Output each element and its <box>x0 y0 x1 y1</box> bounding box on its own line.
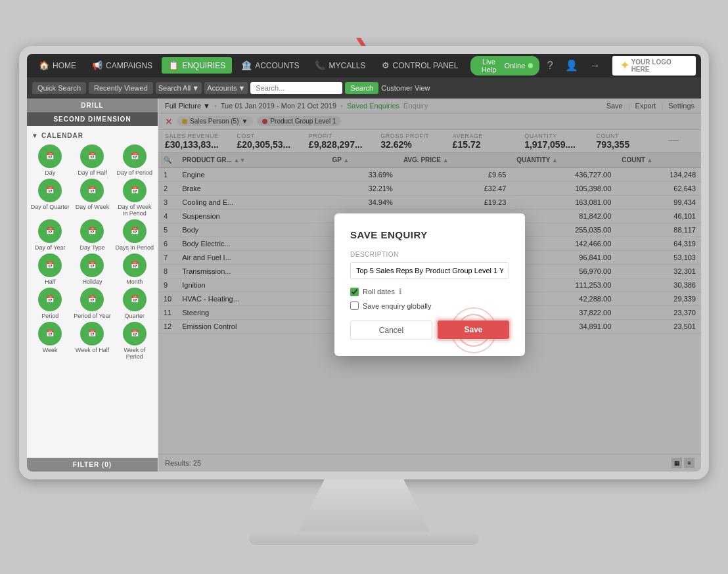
cal-days-in-period[interactable]: 📅 Days in Period <box>115 219 154 251</box>
accounts-icon: 🏦 <box>241 60 252 70</box>
cal-quarter-icon: 📅 <box>123 288 147 311</box>
sidebar-second-dim-button[interactable]: SECOND DIMENSION <box>27 112 158 126</box>
cal-week-of-half-icon: 📅 <box>80 322 104 345</box>
monitor-base <box>249 532 479 545</box>
modal-overlay[interactable]: SAVE ENQUIRY DESCRIPTION Roll dates ℹ Sa… <box>158 99 701 472</box>
mycalls-icon: 📞 <box>315 60 325 70</box>
calendar-header: ▼ CALENDAR <box>30 129 154 142</box>
cal-week[interactable]: 📅 Week <box>30 322 70 360</box>
main-content: DRILL SECOND DIMENSION ▼ CALENDAR 📅 Day <box>27 99 701 472</box>
home-icon: 🏠 <box>39 60 49 70</box>
cal-day-of-quarter[interactable]: 📅 Day of Quarter <box>30 179 70 217</box>
cal-day-of-half[interactable]: 📅 Day of Half <box>72 144 112 176</box>
cal-day-of-week-icon: 📅 <box>80 179 104 202</box>
sidebar: DRILL SECOND DIMENSION ▼ CALENDAR 📅 Day <box>27 99 158 472</box>
cal-half[interactable]: 📅 Half <box>30 254 70 285</box>
nav-home[interactable]: 🏠 HOME <box>32 57 83 74</box>
monitor-stand <box>298 479 430 532</box>
cal-period[interactable]: 📅 Period <box>30 288 70 319</box>
sidebar-drill-label: DRILL <box>27 99 158 112</box>
search-button[interactable]: Search <box>345 82 378 94</box>
modal-description-input[interactable] <box>350 262 509 279</box>
search-input[interactable] <box>250 82 342 94</box>
cal-week-of-period-icon: 📅 <box>123 322 147 345</box>
sidebar-filter-label[interactable]: FILTER (0) <box>27 458 158 472</box>
cal-week-icon: 📅 <box>38 322 62 345</box>
roll-dates-checkbox[interactable] <box>350 288 359 296</box>
nav-campaigns[interactable]: 📢 CAMPAIGNS <box>85 57 159 74</box>
quick-search-button[interactable]: Quick Search <box>32 82 86 94</box>
nav-accounts[interactable]: 🏦 ACCOUNTS <box>235 57 306 74</box>
cal-days-in-period-icon: 📅 <box>123 219 147 243</box>
cal-day-of-year[interactable]: 📅 Day of Year <box>30 219 70 251</box>
cal-day-of-week[interactable]: 📅 Day of Week <box>72 179 112 217</box>
roll-dates-info-icon: ℹ <box>399 287 402 296</box>
cal-period-of-year[interactable]: 📅 Period of Year <box>72 288 112 319</box>
save-globally-label: Save enquiry globally <box>363 302 432 310</box>
cal-day[interactable]: 📅 Day <box>30 144 70 176</box>
save-button-container: Save <box>438 320 509 340</box>
customer-view-button[interactable]: Customer View <box>381 84 430 92</box>
cal-week-of-period[interactable]: 📅 Week of Period <box>115 322 154 360</box>
enquiries-icon: 📋 <box>168 60 179 70</box>
modal-save-button[interactable]: Save <box>438 320 509 339</box>
nav-enquiries[interactable]: 📋 ENQUIRIES <box>162 57 232 74</box>
cal-day-of-year-icon: 📅 <box>38 219 62 243</box>
cal-period-of-year-icon: 📅 <box>80 288 104 311</box>
cal-day-of-period[interactable]: 📅 Day of Period <box>115 144 154 176</box>
logo-area: ✦ YOUR LOGO HERE <box>612 56 696 76</box>
dropdown-arrow-icon: ▼ <box>192 84 199 92</box>
cal-period-icon: 📅 <box>38 288 62 311</box>
save-enquiry-modal: SAVE ENQUIRY DESCRIPTION Roll dates ℹ Sa… <box>334 213 525 356</box>
top-nav-right: Live Help Online ? 👤 → <box>470 56 604 76</box>
cal-day-type[interactable]: 📅 Day Type <box>72 219 112 251</box>
cal-day-icon: 📅 <box>38 144 62 168</box>
modal-title: SAVE ENQUIRY <box>350 229 509 240</box>
controlpanel-icon: ⚙ <box>382 60 390 70</box>
cal-day-of-half-icon: 📅 <box>80 144 104 168</box>
calendar-grid: 📅 Day 📅 Day of Half 📅 Day of Period <box>30 142 154 363</box>
search-all-dropdown[interactable]: Search All ▼ <box>156 82 202 94</box>
sidebar-calendar: ▼ CALENDAR 📅 Day 📅 Day of Half <box>27 126 158 366</box>
content-area: Full Picture ▼ • Tue 01 Jan 2019 - Mon 2… <box>158 99 701 472</box>
cal-week-of-half[interactable]: 📅 Week of Half <box>72 322 112 360</box>
modal-roll-dates-row: Roll dates ℹ <box>350 287 509 296</box>
profile-button[interactable]: 👤 <box>561 57 582 74</box>
accounts-dropdown-arrow-icon: ▼ <box>238 84 245 92</box>
modal-cancel-button[interactable]: Cancel <box>350 320 432 340</box>
nav-mycalls[interactable]: 📞 MYCALLS <box>308 57 372 74</box>
cal-day-of-week-in-period-icon: 📅 <box>123 179 147 202</box>
accounts-dropdown[interactable]: Accounts ▼ <box>204 82 248 94</box>
cal-day-type-icon: 📅 <box>80 219 104 243</box>
search-bar: Quick Search Recently Viewed Search All … <box>27 77 701 99</box>
top-nav: 🏠 HOME 📢 CAMPAIGNS 📋 ENQUIRIES 🏦 ACCOUNT… <box>27 54 701 77</box>
arrow-right-button[interactable]: → <box>586 58 604 74</box>
cal-month-icon: 📅 <box>123 254 147 277</box>
cal-day-of-week-in-period[interactable]: 📅 Day of Week In Period <box>115 179 154 217</box>
cal-month[interactable]: 📅 Month <box>115 254 154 285</box>
save-globally-checkbox[interactable] <box>350 301 359 310</box>
live-help-button[interactable]: Live Help Online <box>470 56 539 76</box>
cal-holiday[interactable]: 📅 Holiday <box>72 254 112 285</box>
cal-quarter[interactable]: 📅 Quarter <box>115 288 154 319</box>
modal-save-globally-row: Save enquiry globally <box>350 301 509 310</box>
modal-description-label: DESCRIPTION <box>350 251 509 258</box>
monitor-screen: 🏠 HOME 📢 CAMPAIGNS 📋 ENQUIRIES 🏦 ACCOUNT… <box>27 54 701 472</box>
help-button[interactable]: ? <box>543 58 557 74</box>
cal-day-of-period-icon: 📅 <box>123 144 147 168</box>
roll-dates-label: Roll dates <box>363 288 395 296</box>
live-indicator <box>528 63 532 68</box>
recently-viewed-button[interactable]: Recently Viewed <box>89 82 153 94</box>
collapse-icon[interactable]: ▼ <box>32 132 39 139</box>
logo-star-icon: ✦ <box>620 59 629 72</box>
cal-day-of-quarter-icon: 📅 <box>38 179 62 202</box>
modal-button-row: Cancel Save <box>350 320 509 340</box>
nav-controlpanel[interactable]: ⚙ CONTROL PANEL <box>375 57 465 74</box>
cal-holiday-icon: 📅 <box>80 254 104 277</box>
cal-half-icon: 📅 <box>38 254 62 277</box>
campaigns-icon: 📢 <box>92 60 102 70</box>
monitor-body: 🏠 HOME 📢 CAMPAIGNS 📋 ENQUIRIES 🏦 ACCOUNT… <box>19 46 709 479</box>
